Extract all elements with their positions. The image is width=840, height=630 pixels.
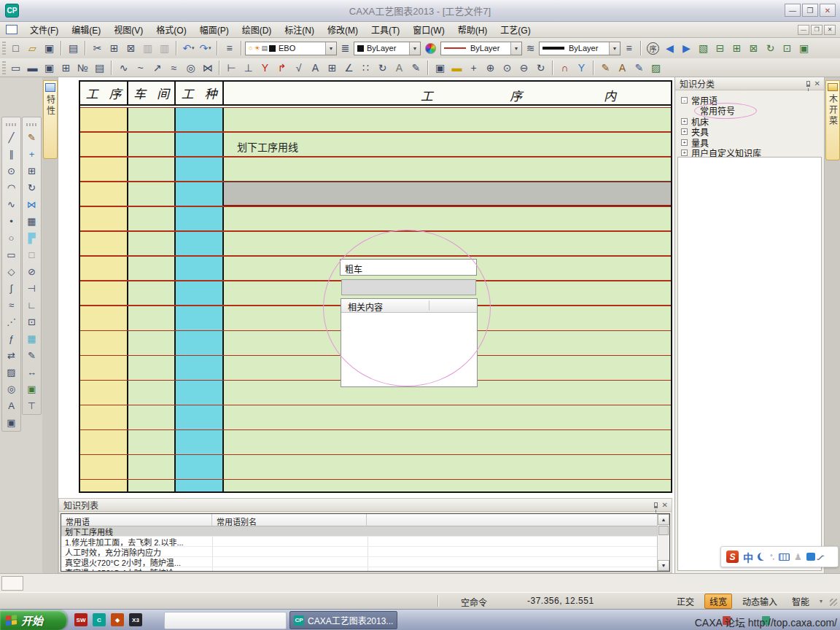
text-dim-icon[interactable]: A — [391, 61, 408, 75]
menu-help[interactable]: 帮助(H) — [451, 22, 494, 37]
text-icon[interactable]: A — [3, 397, 20, 414]
next-sheet-icon[interactable]: ▶ — [678, 41, 695, 55]
quicklaunch-caxa-cp-icon[interactable]: C — [93, 613, 106, 626]
quicklaunch-red-app-icon[interactable]: ◆ — [111, 613, 124, 626]
menu-annotate[interactable]: 标注(N) — [278, 22, 321, 37]
scroll-thumb[interactable] — [658, 526, 669, 535]
coordinate-dim-icon[interactable]: ⊥ — [240, 61, 257, 75]
chevron-down-icon[interactable]: ▼ — [609, 42, 620, 55]
block-icon[interactable]: ▣ — [3, 414, 20, 431]
expand-icon[interactable]: + — [681, 118, 688, 125]
knowledge-row-3[interactable]: 真空退火720°C 2小时，随炉温... — [61, 557, 657, 567]
wave-line-icon[interactable]: ∿ — [115, 61, 132, 75]
tolerance-icon[interactable]: ⊞ — [324, 61, 341, 75]
knowledge-list-table[interactable]: 常用语 常用语别名 划下工序用线1.修光非加工面，去飞刺 2.以非...人工时效… — [61, 513, 670, 572]
chamfer-dim-icon[interactable]: Y — [257, 61, 273, 75]
toggle-动态输入[interactable]: 动态输入 — [738, 594, 782, 608]
resize-grip[interactable] — [830, 599, 837, 606]
settings-wrench-icon[interactable]: ʃ — [817, 553, 825, 561]
ellipse-icon[interactable]: ○ — [3, 230, 20, 246]
pick-edit-icon[interactable]: ▣ — [23, 381, 40, 397]
erase-icon[interactable]: ✎ — [23, 129, 40, 146]
update-card-icon[interactable]: ⊠ — [745, 41, 762, 55]
title-block-icon[interactable]: ▣ — [41, 61, 58, 75]
close-icon[interactable]: ✕ — [662, 502, 668, 509]
paste-icon[interactable]: ▥ — [139, 41, 156, 55]
polygon-icon[interactable]: ◇ — [3, 263, 20, 280]
copy-icon[interactable]: ⊞ — [106, 41, 122, 55]
toggle-正交[interactable]: 正交 — [672, 594, 699, 608]
toggle-智能[interactable]: 智能 — [788, 594, 814, 608]
toolbar-grip[interactable] — [2, 61, 6, 74]
soft-keyboard-icon[interactable] — [779, 553, 790, 561]
expand-icon[interactable]: + — [681, 149, 688, 156]
section-symbol-icon[interactable]: ∠ — [341, 61, 357, 75]
break-line-icon[interactable]: ~ — [132, 61, 149, 75]
array-icon[interactable]: ▦ — [23, 213, 40, 230]
zoom-out-icon[interactable]: ⊖ — [516, 61, 532, 75]
snap-magnet-icon[interactable]: ∩ — [556, 61, 573, 75]
adjust-arrows-icon[interactable]: ⇄ — [3, 347, 20, 364]
color-wheel-icon[interactable] — [425, 43, 436, 54]
new-file-icon[interactable]: □ — [7, 41, 24, 55]
rectangle-icon[interactable]: ▭ — [3, 246, 20, 263]
chevron-down-icon[interactable]: ▼ — [325, 42, 336, 55]
guide-line-icon[interactable]: Y — [573, 61, 590, 75]
stretch-icon[interactable]: ↔ — [23, 364, 40, 381]
punctuation-icon[interactable]: °, — [770, 553, 774, 561]
formula-curve-icon[interactable]: ƒ — [3, 330, 20, 347]
close-icon[interactable]: ✕ — [814, 80, 820, 88]
properties-tab[interactable]: 特性 — [43, 80, 58, 159]
cut-icon[interactable]: ✂ — [89, 41, 106, 55]
trim-icon[interactable]: ⊘ — [23, 263, 40, 280]
undo-icon[interactable]: ↶ — [180, 41, 197, 55]
tree-item-2[interactable]: +机床 — [681, 116, 824, 126]
point-icon[interactable]: • — [3, 213, 20, 230]
zoom-in-icon[interactable]: ⊕ — [482, 61, 499, 75]
solid-view-icon[interactable]: ▦ — [23, 330, 40, 347]
linetype-manager-icon[interactable]: ≋ — [522, 41, 539, 55]
moon-icon[interactable] — [758, 553, 766, 561]
corner-icon[interactable]: ∟ — [23, 297, 40, 314]
text-ruler-icon[interactable]: ⊤ — [23, 397, 40, 414]
sketch-pen-icon[interactable]: ✎ — [597, 61, 614, 75]
chevron-down-icon[interactable]: ▼ — [409, 42, 420, 55]
expand-icon[interactable]: + — [681, 139, 688, 146]
regen-card-icon[interactable]: ↻ — [762, 41, 779, 55]
column-header-bieming[interactable]: 常用语别名 — [212, 514, 367, 526]
export-card-icon[interactable]: ⊞ — [728, 41, 745, 55]
edit-template-icon[interactable]: ▧ — [695, 41, 712, 55]
paste-special-icon[interactable]: ▥ — [156, 41, 173, 55]
tree-item-0[interactable]: -常用语 — [681, 95, 824, 105]
vertical-scrollbar[interactable]: ▲ ▼ — [657, 514, 669, 571]
command-box[interactable] — [1, 576, 23, 591]
dim-rotate-icon[interactable]: ↻ — [374, 61, 391, 75]
linetype-combo[interactable]: ByLayer ▼ — [440, 42, 522, 55]
redraw-view-icon[interactable]: ▣ — [432, 61, 448, 75]
mdi-minimize-button[interactable]: — — [798, 25, 809, 35]
prev-sheet-icon[interactable]: ◀ — [661, 41, 678, 55]
copy-with-basepoint-icon[interactable]: ⊠ — [122, 41, 139, 55]
copy-object-icon[interactable]: ⊞ — [23, 163, 40, 179]
center-hole-dim-icon[interactable]: ∷ — [357, 61, 374, 75]
break-object-icon[interactable]: ⊡ — [23, 314, 40, 330]
menu-process[interactable]: 工艺(G) — [494, 22, 537, 37]
rotate-icon[interactable]: ↻ — [23, 179, 40, 196]
sketch-text-icon[interactable]: A — [614, 61, 631, 75]
maximize-button[interactable]: ❐ — [802, 4, 818, 17]
extend-icon[interactable]: ⊣ — [23, 280, 40, 297]
menu-window[interactable]: 窗口(W) — [406, 22, 451, 37]
rotate-view-icon[interactable]: ↻ — [532, 61, 549, 75]
print-icon[interactable]: ▤ — [65, 41, 82, 55]
knowledge-row-0[interactable]: 划下工序用线 — [61, 526, 657, 537]
knowledge-row-4[interactable]: 真空退火650°C 4小时，随炉冷 — [61, 567, 657, 572]
pan-view-icon[interactable]: + — [465, 61, 482, 75]
taskbar-button-caxa[interactable]: CP CAXA工艺图表2013... — [289, 611, 397, 629]
redo-icon[interactable]: ↷ — [197, 41, 214, 55]
library-tab[interactable]: 木开菜 — [825, 80, 840, 160]
knowledge-input-field[interactable]: 粗车 — [340, 259, 477, 276]
menu-format[interactable]: 格式(O) — [149, 22, 192, 37]
import-card-icon[interactable]: ⊟ — [712, 41, 728, 55]
format-editor-icon[interactable]: ▨ — [648, 61, 664, 75]
skin-icon[interactable] — [806, 553, 815, 561]
